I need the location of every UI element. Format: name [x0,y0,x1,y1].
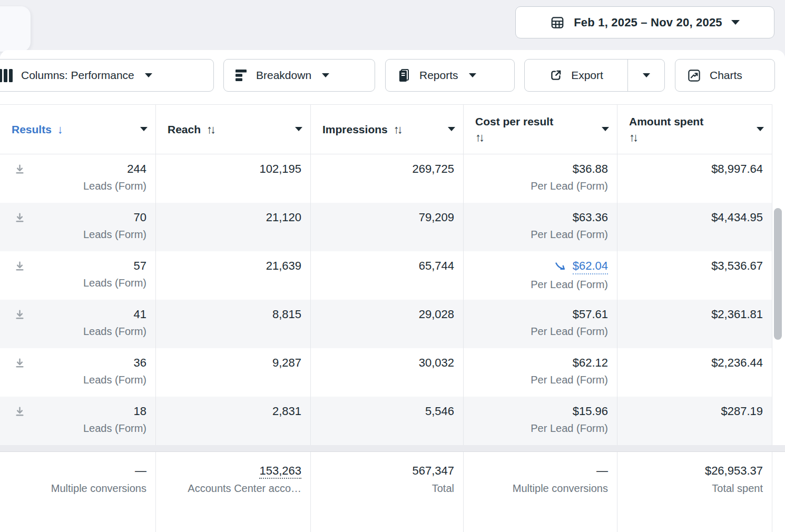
cost-total-cell: — Multiple conversions [464,452,617,532]
charts-button-label: Charts [710,69,742,82]
partial-left-tab[interactable] [0,6,31,52]
spent-total-cell: $26,953.37 Total spent [617,452,772,532]
table-row: 36 Leads (Form) 9,287 30,032 $62.12 Per … [0,348,772,397]
campaign-metrics-table: Results ↓ Reach ↑↓ Impressions ↑↓ [0,104,772,532]
chevron-down-icon [322,73,329,77]
impressions-value: 30,032 [319,356,454,370]
amount-spent-cell: $4,434.95 [617,203,772,251]
reach-value: 9,287 [164,356,301,370]
results-value: 57 [8,259,146,273]
cost-per-result-cell: $62.12 Per Lead (Form) [464,348,617,397]
cost-total-value: — [472,464,608,478]
cost-per-result-cell: $15.96 Per Lead (Form) [464,397,617,445]
breakdown-icon [235,69,248,82]
columns-button-label: Columns: Performance [21,69,134,82]
columns-button[interactable]: Columns: Performance [0,59,214,92]
cost-value-link[interactable]: $62.04 [573,259,608,274]
results-label: Leads (Form) [8,326,146,338]
column-header-amount-spent[interactable]: Amount spent ↑↓ [617,105,772,154]
spent-total-label: Total spent [626,482,763,495]
column-menu-icon[interactable] [757,127,764,131]
cost-label: Per Lead (Form) [472,180,608,192]
cost-per-result-cell: $62.04 Per Lead (Form) [464,251,617,300]
column-header-label: Results [12,123,52,136]
reach-total-value[interactable]: 153,263 [259,464,301,479]
report-document-icon [397,68,411,83]
reports-button[interactable]: Reports [385,59,515,92]
chart-trend-icon [687,68,701,83]
column-menu-icon[interactable] [295,127,302,131]
reach-value: 2,831 [164,405,301,418]
export-button[interactable]: Export [525,60,628,91]
spent-value: $3,536.67 [626,259,763,273]
vertical-scrollbar-thumb[interactable] [774,208,782,340]
download-icon[interactable] [14,260,26,272]
spent-value: $2,236.44 [626,356,763,370]
download-icon[interactable] [14,163,26,175]
results-cell: 70 Leads (Form) [0,203,156,251]
results-total-cell: — Multiple conversions [0,452,156,532]
spent-value: $8,997.64 [626,162,763,176]
impressions-value: 65,744 [319,259,454,273]
results-total-label: Multiple conversions [8,482,146,495]
reach-cell: 102,195 [156,154,311,203]
spent-value: $287.19 [626,405,763,418]
cost-total-label: Multiple conversions [472,482,608,495]
cost-value: $63.36 [472,211,608,224]
column-menu-icon[interactable] [140,127,148,131]
reach-value: 21,639 [164,259,301,273]
impressions-total-cell: 567,347 Total [311,452,464,532]
column-header-cost-per-result[interactable]: Cost per result ↑↓ [464,105,617,154]
chevron-down-icon [145,73,152,77]
column-menu-icon[interactable] [448,127,455,131]
content-panel: Columns: Performance Breakdown [0,50,785,532]
cost-per-result-cell: $57.61 Per Lead (Form) [464,300,617,348]
column-header-label: Amount spent [629,114,703,129]
cost-label: Per Lead (Form) [472,326,608,338]
column-menu-icon[interactable] [602,127,609,131]
cost-value: $62.12 [472,356,608,370]
sort-both-icon: ↑↓ [207,123,216,136]
column-header-impressions[interactable]: Impressions ↑↓ [311,105,464,154]
table-row: 41 Leads (Form) 8,815 29,028 $57.61 Per … [0,300,772,348]
breakdown-button[interactable]: Breakdown [223,59,375,92]
impressions-value: 5,546 [319,405,454,418]
results-label: Leads (Form) [8,374,146,386]
reach-cell: 8,815 [156,300,311,348]
download-icon[interactable] [14,212,26,224]
results-total-value: — [8,464,146,478]
reach-cell: 9,287 [156,348,311,397]
impressions-cell: 29,028 [311,300,464,348]
chevron-down-icon [731,20,740,25]
results-value: 244 [8,162,146,176]
table-row: 18 Leads (Form) 2,831 5,546 $15.96 Per L… [0,397,772,445]
results-label: Leads (Form) [8,229,146,241]
ads-manager-table-view: Feb 1, 2025 – Nov 20, 2025 Columns: Perf… [0,0,785,532]
spent-value: $2,361.81 [626,308,763,321]
trend-down-icon [555,262,568,272]
table-row: 244 Leads (Form) 102,195 269,725 $36.88 … [0,154,772,203]
results-label: Leads (Form) [8,180,146,192]
reach-total-label: Accounts Center acco… [164,482,301,495]
date-range-button[interactable]: Feb 1, 2025 – Nov 20, 2025 [515,6,774,38]
export-options-button[interactable] [628,60,664,91]
download-icon[interactable] [14,406,26,418]
column-header-label: Cost per result [475,114,553,129]
sort-descending-icon: ↓ [57,123,65,136]
results-value: 41 [8,308,146,321]
results-value: 36 [8,356,146,370]
column-header-reach[interactable]: Reach ↑↓ [156,105,311,154]
column-header-results[interactable]: Results ↓ [0,105,156,154]
cost-value: $36.88 [472,162,608,176]
column-header-label: Impressions [322,123,388,136]
results-cell: 18 Leads (Form) [0,397,156,445]
reach-value: 102,195 [164,162,301,176]
sort-both-icon: ↑↓ [475,130,553,145]
column-header-label: Reach [168,123,201,136]
results-label: Leads (Form) [8,277,146,289]
download-icon[interactable] [14,357,26,369]
impressions-value: 269,725 [319,162,454,176]
charts-button[interactable]: Charts [675,59,775,92]
download-icon[interactable] [14,309,26,321]
cost-value: $57.61 [472,308,608,321]
